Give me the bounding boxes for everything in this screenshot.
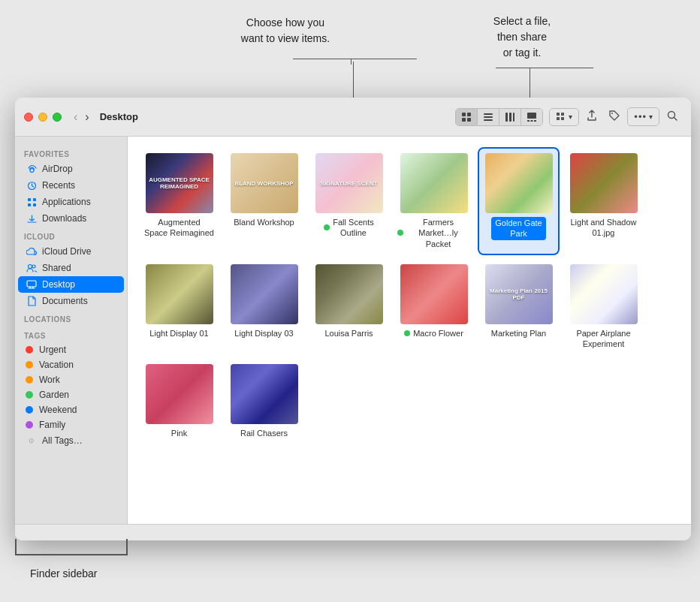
svg-point-26 — [29, 265, 32, 269]
svg-rect-17 — [561, 117, 564, 120]
file-thumbnail-paper — [570, 264, 638, 324]
group-button[interactable]: ▾ — [549, 108, 579, 126]
file-label-row-bland: Bland Workshop — [234, 217, 294, 227]
file-thumbnail-golden — [485, 153, 553, 213]
airdrop-icon — [26, 163, 38, 175]
svg-point-27 — [32, 265, 35, 268]
all-tags-icon: ⊙ — [26, 435, 38, 447]
forward-button[interactable]: › — [82, 109, 92, 125]
sidebar-item-vacation[interactable]: Vacation — [18, 357, 124, 372]
svg-rect-22 — [28, 198, 31, 201]
sidebar-item-applications[interactable]: Applications — [18, 194, 124, 210]
tags-section-label: Tags — [15, 326, 127, 342]
file-item-marketing[interactable]: Marketing Plan 2015 PDFMarketing Plan — [479, 260, 558, 354]
file-item-macro[interactable]: Macro Flower — [394, 260, 473, 354]
svg-rect-9 — [513, 113, 514, 122]
file-item-bland[interactable]: BLAND WORKSHOPBland Workshop — [225, 149, 303, 254]
sidebar-item-garden[interactable]: Garden — [18, 387, 124, 402]
icloud-section-label: iCloud — [15, 227, 127, 243]
sidebar-item-recents[interactable]: Recents — [18, 177, 124, 194]
file-label-row-paper: Paper Airplane Experiment — [576, 328, 630, 350]
view-mode-group — [455, 108, 543, 126]
icon-view-button[interactable] — [456, 109, 478, 125]
garden-dot — [26, 391, 33, 399]
share-button[interactable] — [582, 107, 602, 127]
svg-rect-16 — [557, 117, 560, 120]
file-tag-farmers — [397, 230, 403, 236]
sidebar-item-work[interactable]: Work — [18, 372, 124, 387]
sidebar-item-urgent[interactable]: Urgent — [18, 342, 124, 357]
svg-rect-0 — [462, 113, 466, 116]
file-item-fall[interactable]: SIGNATURE SCENTFall Scents Outline — [309, 149, 388, 254]
svg-rect-8 — [509, 113, 511, 122]
more-chevron: ▾ — [649, 113, 653, 121]
file-thumbnail-marketing: Marketing Plan 2015 PDF — [485, 264, 553, 324]
desktop-icon — [26, 278, 38, 290]
sidebar-item-desktop[interactable]: Desktop — [18, 276, 124, 293]
more-button[interactable]: ••• ▾ — [627, 107, 659, 126]
file-item-rail[interactable]: Rail Chasers — [225, 360, 303, 443]
sidebar-item-airdrop[interactable]: AirDrop — [18, 161, 124, 177]
file-item-paper[interactable]: Paper Airplane Experiment — [564, 260, 643, 354]
file-label-row-golden: Golden Gate Park — [491, 217, 545, 240]
sidebar-callout: Finder sidebar — [30, 567, 98, 579]
file-item-light01[interactable]: Light Display 01 — [140, 260, 219, 354]
svg-rect-28 — [27, 281, 36, 287]
gallery-view-button[interactable] — [521, 109, 542, 125]
minimize-button[interactable] — [38, 113, 47, 122]
file-item-farmers[interactable]: Farmers Market…ly Packet — [394, 149, 473, 254]
sidebar-tag-label: Work — [39, 375, 60, 385]
sidebar-item-shared[interactable]: Shared — [18, 260, 124, 276]
file-item-augmented[interactable]: AUGMENTED SPACE REIMAGINEDAugmented Spac… — [140, 149, 219, 254]
column-view-button[interactable] — [499, 109, 521, 125]
file-item-pink[interactable]: Pink — [140, 360, 219, 443]
tag-button[interactable] — [605, 107, 624, 127]
list-view-button[interactable] — [478, 109, 499, 125]
sidebar-item-downloads[interactable]: Downloads — [18, 210, 124, 227]
locations-section-label: Locations — [15, 309, 127, 326]
bottom-bar — [15, 524, 691, 540]
file-thumbnail-macro — [400, 264, 468, 324]
sidebar-item-documents[interactable]: Documents — [18, 293, 124, 309]
svg-rect-4 — [484, 113, 493, 115]
gallery-view-icon — [527, 112, 537, 122]
icloud-drive-icon — [26, 245, 38, 257]
file-thumbnail-bland: BLAND WORKSHOP — [231, 153, 298, 213]
file-label-rail: Rail Chasers — [240, 428, 288, 438]
file-item-louisa[interactable]: Louisa Parris — [309, 260, 388, 354]
share-callout: Select a file, then share or tag it. — [458, 14, 586, 61]
svg-rect-24 — [28, 203, 31, 206]
close-button[interactable] — [24, 113, 33, 122]
sidebar-item-icloud-drive[interactable]: iCloud Drive — [18, 243, 124, 260]
sidebar-item-label: AirDrop — [42, 164, 73, 174]
maximize-button[interactable] — [53, 113, 62, 122]
file-thumbnail-light03 — [231, 264, 298, 324]
file-item-golden[interactable]: Golden Gate Park — [479, 149, 558, 254]
file-item-light03[interactable]: Light Display 03 — [225, 260, 303, 354]
sidebar-item-weekend[interactable]: Weekend — [18, 402, 124, 417]
sidebar-tag-label: Vacation — [39, 360, 74, 370]
search-button[interactable] — [662, 107, 682, 127]
back-button[interactable]: ‹ — [71, 109, 80, 125]
toolbar-right: ▾ ••• ▾ — [455, 107, 682, 127]
traffic-lights — [24, 113, 62, 122]
file-label-row-pink: Pink — [171, 428, 187, 438]
svg-rect-11 — [527, 120, 530, 122]
sidebar-tag-label: All Tags… — [42, 435, 83, 446]
file-label-row-rail: Rail Chasers — [240, 428, 288, 438]
file-label-pink: Pink — [171, 428, 187, 438]
nav-buttons: ‹ › — [71, 109, 92, 125]
sidebar-item-family[interactable]: Family — [18, 417, 124, 432]
view-callout: Choose how you want to view items. — [210, 15, 361, 47]
documents-icon — [26, 295, 38, 307]
file-label-row-louisa: Louisa Parris — [324, 328, 373, 339]
file-label-light03: Light Display 03 — [234, 328, 293, 339]
svg-rect-6 — [484, 119, 493, 121]
file-tag-macro — [404, 330, 410, 336]
group-icon — [556, 112, 566, 122]
svg-rect-14 — [557, 113, 560, 116]
file-item-light-shadow[interactable]: Light and Shadow 01.jpg — [564, 149, 643, 254]
sidebar-item-all-tags[interactable]: ⊙ All Tags… — [18, 432, 124, 449]
svg-rect-13 — [534, 120, 536, 122]
sidebar-item-label: Desktop — [42, 279, 75, 290]
